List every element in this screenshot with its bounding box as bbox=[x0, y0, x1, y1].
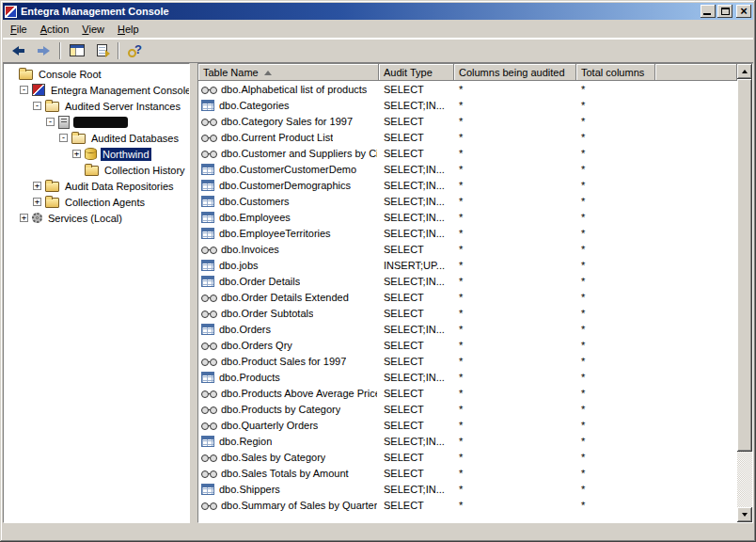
tree-expander[interactable]: + bbox=[20, 214, 28, 222]
table-row[interactable]: dbo.Category Sales for 1997 SELECT * * bbox=[198, 113, 737, 129]
table-row[interactable]: dbo.Employees SELECT;IN... * * bbox=[198, 209, 737, 225]
menu-view[interactable]: View bbox=[75, 21, 111, 38]
maximize-button[interactable] bbox=[717, 5, 732, 18]
table-row[interactable]: dbo.Alphabetical list of products SELECT… bbox=[198, 81, 737, 97]
cell-total-columns: * bbox=[576, 276, 655, 287]
column-header-table-name[interactable]: Table Name bbox=[198, 64, 379, 81]
cell-total-columns: * bbox=[576, 116, 655, 127]
table-row[interactable]: dbo.Products SELECT;IN... * * bbox=[198, 369, 737, 385]
window-controls bbox=[701, 5, 751, 18]
cell-columns-being-audited: * bbox=[454, 132, 576, 143]
table-row[interactable]: dbo.Customers SELECT;IN... * * bbox=[198, 193, 737, 209]
tree-item[interactable]: - Audited Server Instances bbox=[4, 98, 189, 114]
table-row[interactable]: dbo.Categories SELECT;IN... * * bbox=[198, 97, 737, 113]
forward-icon bbox=[37, 46, 50, 56]
table-icon bbox=[201, 196, 214, 207]
cell-total-columns: * bbox=[576, 244, 655, 255]
tree-expander[interactable]: + bbox=[33, 182, 41, 190]
scroll-down-button[interactable] bbox=[737, 507, 752, 522]
cell-total-columns: * bbox=[576, 212, 655, 223]
forward-button[interactable] bbox=[32, 41, 55, 60]
window-title: Entegra Management Console bbox=[20, 6, 698, 17]
tree-item[interactable]: + Northwind bbox=[4, 146, 189, 162]
table-row[interactable]: dbo.Summary of Sales by Quarter SELECT *… bbox=[198, 497, 737, 513]
table-row[interactable]: dbo.Region SELECT;IN... * * bbox=[198, 433, 737, 449]
table-row[interactable]: dbo.CustomerDemographics SELECT;IN... * … bbox=[198, 177, 737, 193]
table-row[interactable]: dbo.Sales by Category SELECT * * bbox=[198, 449, 737, 465]
help-button[interactable] bbox=[124, 41, 147, 60]
table-row[interactable]: dbo.Shippers SELECT;IN... * * bbox=[198, 481, 737, 497]
tree-item[interactable]: + Services (Local) bbox=[4, 210, 189, 226]
table-name-text: dbo.Sales Totals by Amount bbox=[221, 468, 349, 479]
tree-expander[interactable]: + bbox=[72, 150, 81, 158]
table-row[interactable]: dbo.Orders Qry SELECT * * bbox=[198, 337, 737, 353]
back-button[interactable] bbox=[8, 41, 30, 60]
back-icon bbox=[12, 46, 25, 56]
menu-action[interactable]: Action bbox=[34, 21, 76, 38]
tree-item[interactable]: - Entegra Management Console_0 bbox=[4, 82, 189, 98]
table-name-text: dbo.CustomerDemographics bbox=[219, 180, 351, 191]
tree-expander[interactable]: - bbox=[20, 86, 28, 94]
table-name-text: dbo.Categories bbox=[219, 100, 290, 111]
cell-total-columns: * bbox=[576, 420, 655, 431]
column-header-total-columns[interactable]: Total columns bbox=[576, 64, 655, 81]
export-list-button[interactable] bbox=[90, 41, 113, 60]
tree-item[interactable]: - Audited Databases bbox=[4, 130, 189, 146]
menu-help[interactable]: Help bbox=[111, 21, 146, 38]
table-icon bbox=[201, 212, 214, 223]
tree-item[interactable]: - bbox=[4, 114, 189, 130]
cell-columns-being-audited: * bbox=[454, 404, 576, 415]
folder-icon bbox=[85, 166, 99, 176]
column-header-audit-type[interactable]: Audit Type bbox=[379, 64, 454, 81]
show-hide-tree-button[interactable] bbox=[66, 41, 88, 60]
cell-columns-being-audited: * bbox=[454, 436, 576, 447]
menu-file[interactable]: File bbox=[4, 21, 34, 38]
scroll-thumb[interactable] bbox=[737, 79, 752, 452]
table-row[interactable]: dbo.EmployeeTerritories SELECT;IN... * * bbox=[198, 225, 737, 241]
cell-columns-being-audited: * bbox=[454, 244, 576, 255]
cell-audit-type: SELECT bbox=[379, 468, 454, 479]
table-row[interactable]: dbo.Order Subtotals SELECT * * bbox=[198, 305, 737, 321]
tree-item[interactable]: + Audit Data Repositories bbox=[4, 178, 189, 194]
cell-columns-being-audited: * bbox=[454, 308, 576, 319]
tree-expander[interactable]: + bbox=[33, 198, 41, 206]
table-row[interactable]: dbo.Invoices SELECT * * bbox=[198, 241, 737, 257]
tree-item[interactable]: + Collection Agents bbox=[4, 194, 189, 210]
tree-item[interactable]: Collection History bbox=[4, 162, 189, 178]
cell-total-columns: * bbox=[576, 388, 655, 399]
table-row[interactable]: dbo.Quarterly Orders SELECT * * bbox=[198, 417, 737, 433]
scroll-track[interactable] bbox=[737, 79, 752, 507]
table-row[interactable]: dbo.Customer and Suppliers by City SELEC… bbox=[198, 145, 737, 161]
table-row[interactable]: dbo.Order Details Extended SELECT * * bbox=[198, 289, 737, 305]
table-row[interactable]: dbo.Products Above Average Price SELECT … bbox=[198, 385, 737, 401]
tree-expander[interactable]: - bbox=[33, 102, 41, 110]
tree-expander[interactable]: - bbox=[59, 134, 68, 142]
main-area: Console Root - Entegra Management Consol… bbox=[3, 63, 753, 523]
column-header-columns-being-audited[interactable]: Columns being audited bbox=[454, 64, 576, 81]
table-row[interactable]: dbo.Product Sales for 1997 SELECT * * bbox=[198, 353, 737, 369]
close-button[interactable] bbox=[736, 5, 751, 18]
view-icon bbox=[201, 243, 216, 255]
table-row[interactable]: dbo.jobs INSERT;UP... * * bbox=[198, 257, 737, 273]
vertical-scrollbar[interactable] bbox=[737, 64, 752, 522]
cell-columns-being-audited: * bbox=[454, 196, 576, 207]
cell-audit-type: SELECT;IN... bbox=[379, 228, 454, 239]
table-row[interactable]: dbo.Orders SELECT;IN... * * bbox=[198, 321, 737, 337]
cell-table-name: dbo.Categories bbox=[198, 100, 379, 111]
tree-expander[interactable]: - bbox=[46, 118, 55, 126]
table-row[interactable]: dbo.Current Product List SELECT * * bbox=[198, 129, 737, 145]
cell-columns-being-audited: * bbox=[454, 420, 576, 431]
minimize-button[interactable] bbox=[701, 5, 716, 18]
table-name-text: dbo.Alphabetical list of products bbox=[221, 84, 367, 95]
title-bar[interactable]: Entegra Management Console bbox=[3, 3, 753, 20]
table-row[interactable]: dbo.CustomerCustomerDemo SELECT;IN... * … bbox=[198, 161, 737, 177]
scroll-up-button[interactable] bbox=[737, 64, 752, 79]
pane-splitter[interactable] bbox=[190, 63, 197, 523]
table-row[interactable]: dbo.Order Details SELECT;IN... * * bbox=[198, 273, 737, 289]
table-row[interactable]: dbo.Products by Category SELECT * * bbox=[198, 401, 737, 417]
cell-total-columns: * bbox=[576, 484, 655, 495]
tree-item[interactable]: Console Root bbox=[4, 66, 189, 82]
tree-item-label: Collection History bbox=[102, 164, 187, 177]
cell-columns-being-audited: * bbox=[454, 148, 576, 159]
table-row[interactable]: dbo.Sales Totals by Amount SELECT * * bbox=[198, 465, 737, 481]
